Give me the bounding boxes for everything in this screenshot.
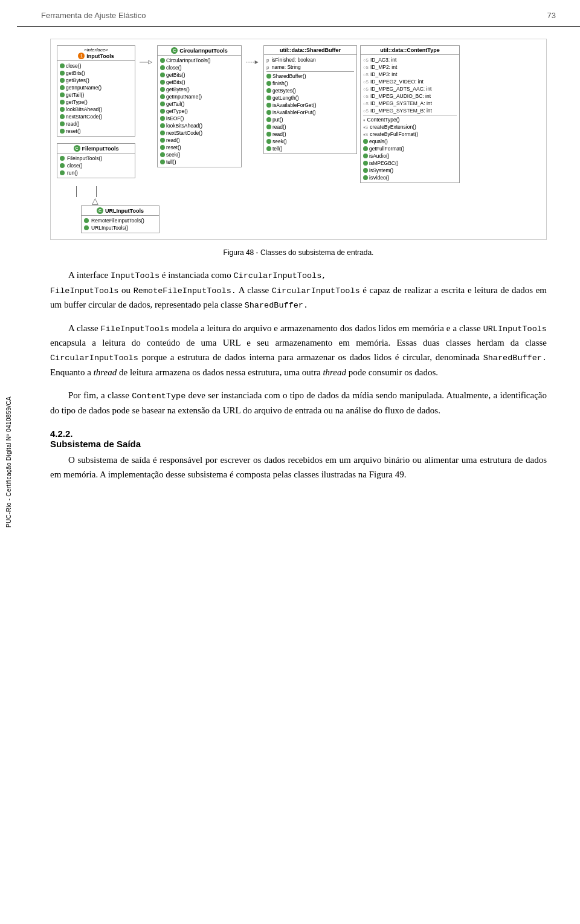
class-input-tools-header: «interface» 1 InputTools <box>57 46 135 61</box>
uml-member: lookBitsAhead() <box>60 106 132 113</box>
uml-member: isAvailableForPut() <box>266 109 354 116</box>
uml-member: ○S ID_MPEG_ADTS_AAC: int <box>363 85 457 92</box>
uml-member: read() <box>266 131 354 138</box>
class-shared-buffer-name: util::data::SharedBuffer <box>280 47 341 53</box>
p1-code2: CircularInputTools, <box>233 271 326 280</box>
uml-member: getType() <box>160 108 239 115</box>
uml-member: getTail() <box>160 100 239 108</box>
side-label-text: PUC-Rio - Certificação Digital Nº 041085… <box>5 396 12 528</box>
uml-member: nextStartCode() <box>160 129 239 137</box>
p2-italic2: thread <box>323 367 346 377</box>
uml-wrapper: «interface» 1 InputTools close() getBits… <box>57 45 540 233</box>
class-content-type: util::data::ContentType ○S ID_AC3: int ○… <box>360 45 460 183</box>
header-page-num: 73 <box>547 11 556 20</box>
uml-member: seek() <box>266 138 354 145</box>
uml-member: ○S ID_MP2: int <box>363 63 457 71</box>
class-content-type-body: ○S ID_AC3: int ○S ID_MP2: int ○S ID_MP3:… <box>361 55 459 183</box>
uml-member: getBits() <box>160 71 239 79</box>
uml-member: p name: String <box>266 63 354 71</box>
uml-member: getTail() <box>60 91 132 99</box>
uml-member: read() <box>60 120 132 128</box>
p1-word-interface: interface <box>77 270 108 280</box>
uml-member: isSystem() <box>363 167 457 174</box>
p2-mid5: de leitura armazena os dados nessa estru… <box>117 367 323 377</box>
uml-top-row: «interface» 1 InputTools close() getBits… <box>57 45 540 183</box>
uml-member: getBytes() <box>160 86 239 93</box>
uml-member: ○S ID_MPEG_AUDIO_BC: int <box>363 92 457 100</box>
arrow-inheritance <box>138 57 154 67</box>
class-circular-input-tools-name: CircularInputTools <box>179 48 227 54</box>
p2-pre: A classe <box>68 323 101 333</box>
class-content-type-header: util::data::ContentType <box>361 46 459 55</box>
uml-member: getInputName() <box>160 93 239 100</box>
p1-code1: InputTools <box>111 271 160 280</box>
class-input-tools-name: InputTools <box>86 53 114 59</box>
uml-member: isAvailableForGet() <box>266 102 354 109</box>
uml-member: ○S ID_MPEG2_VIDEO: int <box>363 78 457 85</box>
class-file-input-tools-header: C FileInputTools <box>57 144 135 153</box>
class-circular-input-tools-header: C CircularInputTools <box>158 46 241 56</box>
uml-member: getBytes() <box>60 77 132 84</box>
p2-mid4: Enquanto a <box>50 367 94 377</box>
uml-member: lookBitsAhead() <box>160 122 239 129</box>
class-input-tools-stereotype: «interface» <box>60 47 132 53</box>
paragraph-2: A classe FileInputTools modela a leitura… <box>50 321 547 380</box>
header-title: Ferramenta de Ajuste Elástico <box>41 11 146 20</box>
uml-member: run() <box>60 169 132 176</box>
p3-pre: Por fim, a classe <box>68 390 132 400</box>
uml-member: read() <box>266 123 354 131</box>
paragraph-4: O subsistema de saída é responsável por … <box>50 453 547 482</box>
class-url-input-tools-body: RemoteFileInputTools() URLInputTools() <box>82 216 159 233</box>
uml-member: tell() <box>266 145 354 152</box>
main-content: «interface» 1 InputTools close() getBits… <box>17 27 580 502</box>
figure-caption: Figura 48 - Classes do subsistema de ent… <box>50 248 547 257</box>
class-shared-buffer-body: p isFinished: boolean p name: String Sha… <box>264 55 356 153</box>
class-file-input-tools-body: FileInputTools() close() run() <box>57 153 135 178</box>
p1-pre: A <box>68 270 77 280</box>
class-url-input-tools: C URLInputTools RemoteFileInputTools() <box>81 205 160 233</box>
p2-end: pode consumir os dados. <box>346 367 438 377</box>
uml-member: put() <box>266 116 354 123</box>
class-circular-input-tools: C CircularInputTools CircularInputTools(… <box>157 45 242 167</box>
p1-mid2: ou <box>118 285 133 295</box>
uml-member: ♦S createByFullFormat() <box>363 131 457 138</box>
class-circular-input-tools-body: CircularInputTools() close() getBits() g… <box>158 56 241 167</box>
section-title: Subsistema de Saída <box>50 439 547 449</box>
uml-member: close() <box>160 64 239 71</box>
uml-member: isMPEGBC() <box>363 160 457 167</box>
p1-code5: CircularInputTools <box>272 286 360 296</box>
class-file-input-tools: C FileInputTools FileInputTools() <box>57 143 135 178</box>
uml-member: URLInputTools() <box>84 224 156 231</box>
arrow-uses <box>245 57 260 67</box>
page-header: Ferramenta de Ajuste Elástico 73 <box>17 0 580 27</box>
uml-member: tell() <box>160 158 239 166</box>
class-input-tools-body: close() getBits() getBytes() getInputNam… <box>57 61 135 136</box>
page-container: PUC-Rio - Certificação Digital Nº 041085… <box>0 0 580 924</box>
class-url-input-tools-name: URLInputTools <box>105 208 144 214</box>
uml-member: getBytes() <box>266 87 354 94</box>
uml-member: ○S ID_MP3: int <box>363 71 457 78</box>
p1-code4: RemoteFileInputTools. <box>134 286 236 296</box>
p1-mid3: A classe <box>236 285 272 295</box>
p2-code4: SharedBuffer. <box>483 354 547 363</box>
svg-marker-3 <box>255 60 259 64</box>
p1-code6: SharedBuffer. <box>245 301 308 310</box>
paragraph-1: A interface InputTools é instanciada com… <box>50 268 547 312</box>
svg-marker-1 <box>149 60 152 64</box>
uml-member: finish() <box>266 80 354 87</box>
p2-mid2: encapsula a leitura do conteúdo de uma U… <box>50 338 547 347</box>
uml-member: isAudio() <box>363 152 457 160</box>
p2-code2: URLInputTools <box>483 325 547 334</box>
uml-member: RemoteFileInputTools() <box>84 217 156 224</box>
uml-member: ♦ ContentType() <box>363 116 457 123</box>
uml-member: nextStartCode() <box>60 113 132 120</box>
paragraph-3: Por fim, a classe ContentType deve ser i… <box>50 388 547 418</box>
uml-member: ○S ID_MPEG_SYSTEM_B: int <box>363 107 457 114</box>
p2-mid3: porque a estrutura de dados interna para… <box>138 352 483 362</box>
p2-mid1: modela a leitura do arquivo e armazename… <box>169 323 483 333</box>
uml-member: FileInputTools() <box>60 155 132 162</box>
uml-member: ○S ID_MPEG_SYSTEM_A: int <box>363 100 457 107</box>
uml-member: getBits() <box>60 69 132 77</box>
class-url-input-tools-header: C URLInputTools <box>82 206 159 216</box>
class-shared-buffer: util::data::SharedBuffer p isFinished: b… <box>263 45 357 154</box>
